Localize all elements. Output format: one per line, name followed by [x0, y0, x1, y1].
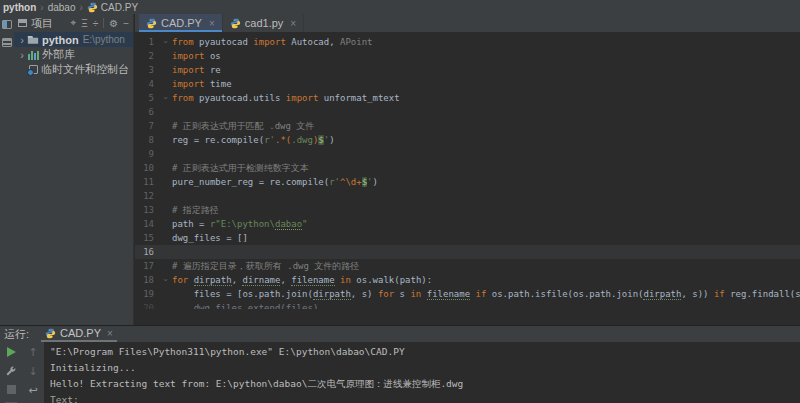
tab-cad-py[interactable]: CAD.PY × — [139, 14, 223, 32]
tab-label: CAD.PY — [161, 17, 202, 29]
code-line: 16 — [135, 245, 800, 259]
rerun-button[interactable] — [7, 347, 16, 357]
project-panel: 项目 ⌖ Ξ ÷ ⚙ − › python E:\python — [14, 14, 134, 325]
tree-item-label: 外部库 — [42, 47, 75, 62]
hide-panel-icon[interactable]: − — [123, 18, 129, 29]
tool-window-stripe — [0, 14, 14, 325]
breadcrumb-project[interactable]: python — [3, 2, 36, 13]
tab-cad1-py[interactable]: cad1.py × — [223, 14, 304, 32]
code-line: 2import os — [135, 49, 800, 63]
code-line: 3import re — [135, 63, 800, 77]
code-area[interactable]: 1›from pyautocad import Autocad, APoint2… — [135, 32, 800, 309]
python-file-icon — [146, 18, 157, 29]
tree-item-external-libraries[interactable]: › 外部库 — [14, 47, 133, 62]
stop-button[interactable] — [7, 385, 16, 394]
code-line: 20 dwg_files.extend(files) — [135, 301, 800, 309]
code-line: 1›from pyautocad import Autocad, APoint — [135, 35, 800, 49]
code-line: 4import time — [135, 77, 800, 91]
ide-window: python › dabao › CAD.PY 项目 ⌖ Ξ ÷ ⚙ — [0, 0, 800, 403]
code-line: 10# 正则表达式用于检测纯数字文本 — [135, 161, 800, 175]
run-panel-title: 运行: — [4, 327, 29, 342]
chevron-right-icon[interactable]: › — [17, 34, 27, 46]
code-line: 9 — [135, 147, 800, 161]
down-arrow-icon[interactable]: ↓ — [28, 366, 37, 377]
soft-wrap-icon[interactable]: ↩ — [28, 385, 37, 396]
chevron-right-icon[interactable]: › — [17, 49, 27, 61]
project-panel-title: 项目 — [31, 16, 53, 31]
code-line: 7# 正则表达式用于匹配 .dwg 文件 — [135, 119, 800, 133]
project-panel-header: 项目 ⌖ Ξ ÷ ⚙ − — [14, 14, 133, 32]
project-view-icon — [18, 19, 27, 27]
console-output[interactable]: "E:\Program Files\Python311\python.exe" … — [44, 342, 800, 403]
run-panel-header: 运行: CAD.PY × — [0, 326, 800, 342]
run-tab-label: CAD.PY — [60, 327, 101, 339]
code-line: 13# 指定路径 — [135, 203, 800, 217]
code-line: 17# 遍历指定目录，获取所有 .dwg 文件的路径 — [135, 259, 800, 273]
console-line: Initializing... — [50, 360, 800, 376]
toolbar-divider — [103, 18, 104, 28]
code-editor[interactable]: 1›from pyautocad import Autocad, APoint2… — [135, 32, 800, 325]
collapse-all-icon[interactable]: Ξ — [81, 18, 88, 29]
console-line: Hello! Extracting text from: E:\python\d… — [50, 376, 800, 392]
tree-item-path: E:\python — [83, 34, 125, 45]
python-file-icon — [45, 328, 56, 339]
tab-label: cad1.py — [245, 17, 284, 29]
code-line: 12 — [135, 189, 800, 203]
run-tab-cad-py[interactable]: CAD.PY × — [41, 326, 117, 342]
breadcrumb: python › dabao › CAD.PY — [0, 0, 800, 14]
run-panel: 运行: CAD.PY × ↑ ↓ ↩ ↓ — [0, 325, 800, 403]
console-line: "E:\Program Files\Python311\python.exe" … — [50, 344, 800, 360]
main-area: 项目 ⌖ Ξ ÷ ⚙ − › python E:\python — [0, 14, 800, 325]
scratches-icon — [29, 65, 38, 74]
console-line-partial: Text: — [50, 392, 800, 403]
breadcrumb-folder[interactable]: dabao — [48, 2, 76, 13]
project-tree: › python E:\python › 外部库 临时文件和控制台 — [14, 32, 133, 77]
tree-item-scratches[interactable]: 临时文件和控制台 — [14, 62, 133, 77]
run-toolbar: ↑ ↓ ↩ ↓ — [0, 342, 44, 403]
tree-item-label: 临时文件和控制台 — [41, 62, 129, 77]
tree-item-python-root[interactable]: › python E:\python — [14, 32, 133, 47]
editor-tab-bar: CAD.PY × cad1.py × — [135, 14, 800, 32]
expand-icon[interactable]: ÷ — [93, 18, 99, 29]
structure-tool-icon[interactable] — [2, 38, 12, 47]
code-line: 19 files = [os.path.join(dirpath, s) for… — [135, 287, 800, 301]
close-icon[interactable]: × — [209, 18, 215, 29]
editor-area: CAD.PY × cad1.py × 1›from pyautocad impo… — [135, 14, 800, 325]
close-icon[interactable]: × — [290, 18, 296, 29]
code-line: 8reg = re.compile(r'.*(.dwg)$') — [135, 133, 800, 147]
breadcrumb-file-label: CAD.PY — [101, 2, 138, 13]
code-line: 14path = r"E:\python\dabao" — [135, 217, 800, 231]
code-line: 6 — [135, 105, 800, 119]
python-file-icon — [230, 18, 241, 29]
project-tool-icon[interactable] — [2, 20, 12, 29]
code-line: 5›from pyautocad.utils import unformat_m… — [135, 91, 800, 105]
python-file-icon — [87, 2, 98, 13]
close-icon[interactable]: × — [107, 328, 113, 339]
breadcrumb-file[interactable]: CAD.PY — [87, 2, 138, 13]
chevron-right-icon: › — [79, 2, 82, 13]
code-line: 11pure_number_reg = re.compile(r'^\d+$') — [135, 175, 800, 189]
chevron-right-icon: › — [40, 2, 43, 13]
tree-item-label: python — [42, 34, 79, 46]
folder-icon — [27, 34, 39, 45]
locate-file-icon[interactable]: ⌖ — [71, 17, 77, 29]
libraries-icon — [28, 50, 39, 60]
gear-icon[interactable]: ⚙ — [109, 18, 118, 29]
code-line: 18›for dirpath, dirname, filename in os.… — [135, 273, 800, 287]
code-line: 15dwg_files = [] — [135, 231, 800, 245]
wrench-icon[interactable] — [5, 365, 17, 377]
up-arrow-icon[interactable]: ↑ — [28, 347, 37, 358]
